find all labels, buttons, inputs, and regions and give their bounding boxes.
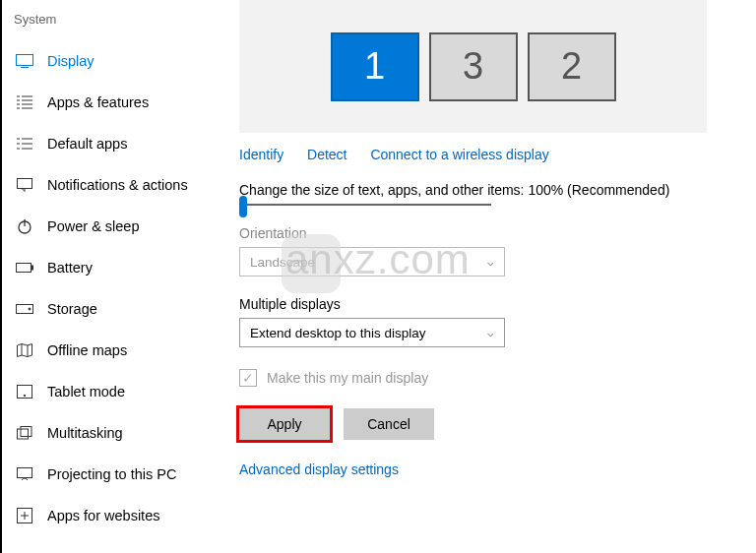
main-content: 1 3 2 Identify Detect Connect to a wirel… — [214, 0, 756, 553]
apply-button[interactable]: Apply — [239, 408, 330, 440]
svg-rect-27 — [18, 429, 29, 439]
wireless-display-link[interactable]: Connect to a wireless display — [370, 147, 548, 162]
sidebar-item-display[interactable]: Display — [10, 40, 214, 82]
sidebar-item-battery[interactable]: Battery — [10, 247, 214, 288]
svg-point-26 — [24, 395, 26, 397]
sidebar-item-offline-maps[interactable]: Offline maps — [10, 330, 214, 371]
chevron-down-icon: ⌵ — [487, 327, 494, 339]
map-icon — [14, 339, 35, 361]
sidebar-item-label: Notifications & actions — [47, 177, 188, 193]
sidebar-item-projecting[interactable]: Projecting to this PC — [10, 454, 214, 495]
multiple-displays-dropdown[interactable]: Extend desktop to this display ⌵ — [239, 318, 505, 347]
sidebar-item-power-sleep[interactable]: Power & sleep — [10, 206, 214, 247]
multiple-displays-value: Extend desktop to this display — [250, 326, 426, 340]
svg-point-22 — [29, 308, 31, 310]
button-row: Apply Cancel — [239, 408, 746, 440]
multiple-displays-label: Multiple displays — [239, 296, 746, 312]
project-icon — [14, 463, 35, 485]
svg-rect-20 — [32, 266, 33, 270]
slider-thumb[interactable] — [239, 196, 247, 217]
main-display-checkbox-row: ✓ Make this my main display — [239, 369, 746, 387]
orientation-label: Orientation — [239, 225, 746, 241]
svg-rect-16 — [18, 179, 32, 189]
sidebar-item-multitasking[interactable]: Multitasking — [10, 412, 214, 454]
sidebar: System Display Apps & features Default a… — [2, 0, 214, 553]
sidebar-item-apps-features[interactable]: Apps & features — [10, 82, 214, 123]
svg-rect-28 — [21, 427, 32, 437]
main-display-checkbox: ✓ — [239, 369, 257, 387]
orientation-value: Landscape — [250, 255, 315, 270]
svg-rect-29 — [18, 468, 32, 478]
sidebar-item-label: Apps for websites — [47, 508, 159, 523]
monitor-2[interactable]: 2 — [528, 32, 616, 101]
display-arrangement[interactable]: 1 3 2 — [239, 0, 707, 133]
sidebar-item-label: Apps & features — [47, 94, 149, 110]
orientation-dropdown[interactable]: Landscape ⌵ — [239, 247, 505, 276]
identify-link[interactable]: Identify — [239, 147, 284, 162]
multitask-icon — [14, 422, 35, 444]
battery-icon — [14, 257, 35, 278]
link-icon — [14, 505, 35, 526]
svg-rect-19 — [17, 264, 32, 273]
sidebar-item-label: Default apps — [47, 136, 127, 152]
sidebar-item-label: Battery — [47, 260, 93, 276]
cancel-button[interactable]: Cancel — [344, 408, 434, 440]
sidebar-item-label: Power & sleep — [47, 218, 140, 234]
power-icon — [14, 215, 35, 237]
sidebar-item-apps-websites[interactable]: Apps for websites — [10, 495, 214, 536]
monitor-icon — [14, 50, 35, 72]
sidebar-item-default-apps[interactable]: Default apps — [10, 123, 214, 164]
tablet-icon — [14, 381, 35, 402]
display-links: Identify Detect Connect to a wireless di… — [239, 147, 746, 162]
defaults-icon — [14, 133, 35, 154]
sidebar-item-storage[interactable]: Storage — [10, 288, 214, 330]
scale-label: Change the size of text, apps, and other… — [239, 182, 746, 198]
list-icon — [14, 92, 35, 113]
sidebar-item-label: Offline maps — [47, 342, 127, 358]
slider-track — [239, 204, 491, 206]
detect-link[interactable]: Detect — [307, 147, 346, 162]
advanced-display-settings-link[interactable]: Advanced display settings — [239, 461, 746, 477]
sidebar-item-label: Display — [47, 53, 94, 69]
sidebar-item-label: Projecting to this PC — [47, 466, 176, 482]
monitor-1[interactable]: 1 — [331, 32, 419, 101]
main-display-label: Make this my main display — [267, 370, 428, 386]
chevron-down-icon: ⌵ — [487, 256, 494, 269]
sidebar-item-label: Storage — [47, 301, 97, 317]
sidebar-item-label: Multitasking — [47, 425, 123, 441]
sidebar-title: System — [10, 10, 214, 40]
sidebar-item-label: Tablet mode — [47, 384, 125, 399]
storage-icon — [14, 298, 35, 320]
svg-rect-0 — [17, 55, 33, 66]
monitor-3[interactable]: 3 — [429, 32, 518, 101]
sidebar-item-notifications[interactable]: Notifications & actions — [10, 164, 214, 206]
scale-slider[interactable] — [239, 204, 746, 206]
notification-icon — [14, 174, 35, 196]
sidebar-item-tablet-mode[interactable]: Tablet mode — [10, 371, 214, 412]
